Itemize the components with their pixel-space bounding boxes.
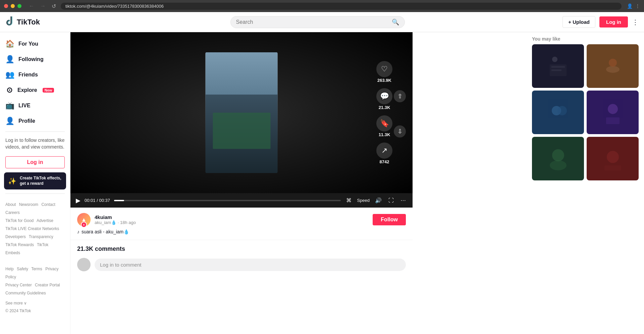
more-options-icon[interactable]: ⋯ <box>399 196 407 205</box>
sound-info[interactable]: ♪ suara asli - aku_iam💧 <box>77 229 406 234</box>
volume-icon[interactable]: 🔊 <box>374 196 383 205</box>
browser-maximize-btn[interactable] <box>17 4 21 8</box>
footer-link-safety[interactable]: Safety <box>17 267 28 271</box>
live-icon: 📺 <box>5 101 14 110</box>
play-button[interactable]: ▶ <box>76 197 80 204</box>
footer-link-transparency[interactable]: Transparency <box>29 234 53 239</box>
footer-link-developers[interactable]: Developers <box>5 234 26 239</box>
browser-more-icon[interactable]: ⋮ <box>635 3 640 9</box>
video-section: Nomor 2 Bapak PRABOWO ⇧ ⇩ ♡ 263.9K <box>70 32 413 277</box>
sidebar-item-profile[interactable]: 👤 Profile <box>0 113 70 129</box>
more-options-icon[interactable]: ⋮ <box>632 18 639 26</box>
right-card-6[interactable] <box>587 137 639 180</box>
logo[interactable]: TikTok <box>5 16 72 28</box>
sidebar-item-for-you[interactable]: 🏠 For You <box>0 36 70 52</box>
video-player[interactable]: Nomor 2 Bapak PRABOWO ⇧ ⇩ ♡ 263.9K <box>70 32 413 193</box>
search-box[interactable]: 🔍 <box>230 16 405 28</box>
browser-back-btn[interactable]: ← <box>27 2 36 10</box>
sidebar-item-label: Explore <box>17 87 37 93</box>
follow-button[interactable]: Follow <box>373 214 406 225</box>
sidebar-item-label: LIVE <box>18 103 31 109</box>
sidebar-item-explore[interactable]: ⊙ Explore New <box>0 82 70 98</box>
sidebar-footer: About Newsroom Contact Careers TikTok fo… <box>0 197 70 277</box>
right-card-5[interactable] <box>532 137 584 180</box>
svg-point-15 <box>550 160 567 170</box>
search-input[interactable] <box>236 19 392 25</box>
right-card-1-thumb <box>532 44 584 88</box>
sidebar-item-friends[interactable]: 👥 Friends <box>0 67 70 82</box>
video-controls-bar: ▶ 00:01 / 00:37 ⌘ Speed 🔊 ⛶ ⋯ <box>70 193 413 208</box>
footer-link-newsroom[interactable]: Newsroom <box>19 202 38 207</box>
comment-icon[interactable]: 💬 <box>376 88 392 104</box>
right-card-2-thumb <box>587 44 639 88</box>
header: TikTok 🔍 + Upload Log in ⋮ <box>0 12 644 32</box>
browser-user-icon[interactable]: 👤 <box>627 3 633 9</box>
browser-close-btn[interactable] <box>4 4 8 8</box>
progress-fill <box>114 200 124 201</box>
speed-button[interactable]: Speed <box>357 198 370 203</box>
comment-action[interactable]: 💬 21.3K <box>376 88 392 110</box>
logo-text: TikTok <box>17 18 40 26</box>
svg-rect-19 <box>604 165 621 170</box>
footer-link-terms[interactable]: Terms <box>31 267 42 271</box>
footer-link-help[interactable]: Help <box>5 267 14 271</box>
footer-link-tiktok-for-good[interactable]: TikTok for Good <box>5 218 34 223</box>
right-card-4-thumb <box>587 91 639 134</box>
creator-username[interactable]: 4kuiam <box>95 214 136 220</box>
creator-avatar-badge: + <box>81 222 87 228</box>
bookmark-icon[interactable]: 🔖 <box>376 115 392 131</box>
progress-bar[interactable] <box>114 200 341 201</box>
comment-input[interactable]: Log in to comment <box>95 259 406 271</box>
browser-reload-btn[interactable]: ↺ <box>50 2 58 10</box>
share-action[interactable]: ↗ 8742 <box>376 143 392 164</box>
svg-point-1 <box>552 57 557 62</box>
right-card-1[interactable] <box>532 44 584 88</box>
comment-count: 21.3K <box>379 105 390 110</box>
footer-link-rewards[interactable]: TikTok Rewards <box>5 242 34 247</box>
sidebar-login-button[interactable]: Log in <box>5 156 65 168</box>
following-icon: 👤 <box>5 55 14 64</box>
footer-link-advertise[interactable]: Advertise <box>37 218 53 223</box>
right-card-4[interactable] <box>587 91 639 134</box>
footer-link-live-creator[interactable]: TikTok LIVE Creator Networks <box>5 226 59 231</box>
music-note-icon: ♪ <box>77 229 79 234</box>
svg-point-16 <box>552 149 564 161</box>
airplay-icon[interactable]: ⌘ <box>345 196 353 205</box>
fullscreen-icon[interactable]: ⛶ <box>387 196 395 205</box>
sidebar-login-prompt: Log in to follow creators, like videos, … <box>0 134 70 153</box>
share-icon[interactable]: ↗ <box>376 143 392 159</box>
video-nav-up[interactable]: ⇧ <box>394 90 406 102</box>
upload-button[interactable]: + Upload <box>562 16 595 28</box>
creator-avatar[interactable]: ▲ + <box>77 213 91 226</box>
right-card-3-thumb <box>532 91 584 134</box>
create-effects-text: Create TikTok effects, get a reward <box>20 176 62 186</box>
right-card-2[interactable] <box>587 44 639 88</box>
creator-meta: aku_iam💧 · 18h ago <box>95 220 136 225</box>
comment-input-row: Log in to comment <box>77 258 406 271</box>
footer-link-contact[interactable]: Contact <box>41 202 55 207</box>
sidebar-item-label: Friends <box>18 72 38 78</box>
comments-section: 21.3K comments Log in to comment <box>70 240 413 277</box>
create-effects-banner[interactable]: ✨ Create TikTok effects, get a reward <box>4 172 66 189</box>
url-bar[interactable]: tiktok.com/@4kuiam/video/733517830083638… <box>61 3 622 10</box>
like-icon[interactable]: ♡ <box>376 61 392 77</box>
right-card-3[interactable] <box>532 91 584 134</box>
footer-link-careers[interactable]: Careers <box>5 210 20 215</box>
browser-forward-btn[interactable]: → <box>38 2 48 10</box>
search-icon[interactable]: 🔍 <box>392 18 399 26</box>
main-content: Nomor 2 Bapak PRABOWO ⇧ ⇩ ♡ 263.9K <box>70 32 644 277</box>
sidebar-item-following[interactable]: 👤 Following <box>0 52 70 67</box>
video-inner: Nomor 2 Bapak PRABOWO ⇧ ⇩ ♡ 263.9K <box>70 32 413 193</box>
like-count: 263.9K <box>377 78 391 83</box>
svg-point-12 <box>608 104 618 114</box>
header-actions: + Upload Log in ⋮ <box>562 16 639 28</box>
sidebar-item-live[interactable]: 📺 LIVE <box>0 98 70 113</box>
like-action[interactable]: ♡ 263.9K <box>376 61 392 83</box>
footer-link-about[interactable]: About <box>5 202 16 207</box>
browser-chrome: ← → ↺ tiktok.com/@4kuiam/video/733517830… <box>0 0 644 12</box>
search-area: 🔍 <box>72 16 562 28</box>
login-button[interactable]: Log in <box>599 16 628 27</box>
bookmark-action[interactable]: 🔖 11.3K <box>376 115 392 137</box>
profile-icon: 👤 <box>5 117 14 125</box>
browser-minimize-btn[interactable] <box>11 4 15 8</box>
